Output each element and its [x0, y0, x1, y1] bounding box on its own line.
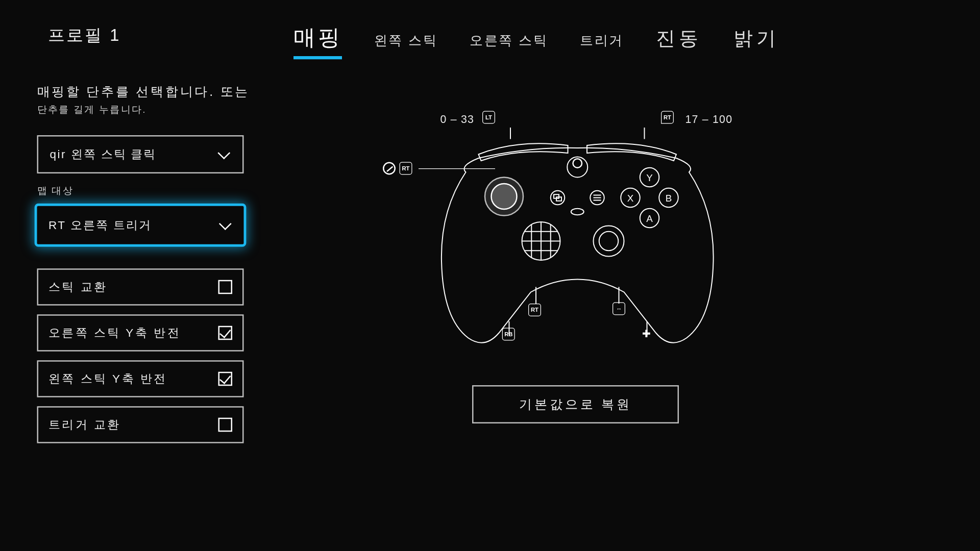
- svg-text:Y: Y: [646, 172, 653, 183]
- checkbox-checked-icon: [218, 326, 233, 340]
- checkbox-checked-icon: [218, 372, 233, 386]
- restore-defaults-label: 기본값으로 복원: [519, 396, 632, 413]
- tabs: 매핑 왼쪽 스틱 오른쪽 스틱 트리거 진동 밝기: [293, 23, 779, 59]
- invert-right-y-toggle[interactable]: 오른쪽 스틱 Y축 반전: [37, 314, 244, 352]
- tab-left-stick[interactable]: 왼쪽 스틱: [374, 31, 438, 53]
- controller-outline-icon: Y X B A: [440, 128, 715, 357]
- svg-point-5: [492, 184, 517, 209]
- svg-text:B: B: [666, 193, 672, 204]
- map-target-heading: 맵 대상: [37, 185, 254, 197]
- tab-brightness[interactable]: 밝기: [733, 26, 779, 56]
- paddle-upper-left-icon: RT: [528, 304, 541, 316]
- svg-point-13: [571, 209, 584, 215]
- restore-defaults-button[interactable]: 기본값으로 복원: [472, 385, 679, 423]
- checkbox-icon: [218, 418, 233, 432]
- tab-right-stick[interactable]: 오른쪽 스틱: [470, 31, 548, 53]
- target-button-value: RT 오른쪽 트리거: [48, 217, 152, 233]
- invert-left-y-toggle[interactable]: 왼쪽 스틱 Y축 반전: [37, 360, 244, 397]
- invert-right-y-label: 오른쪽 스틱 Y축 반전: [48, 325, 181, 341]
- rt-badge-icon: RT: [661, 111, 674, 124]
- source-button-select[interactable]: qir 왼쪽 스틱 클릭: [37, 135, 244, 173]
- lt-badge-icon: LT: [482, 111, 495, 124]
- paddle-lower-left-icon: RB: [502, 328, 515, 341]
- svg-point-30: [599, 232, 619, 251]
- tab-vibration[interactable]: 진동: [656, 26, 702, 56]
- target-button-select[interactable]: RT 오른쪽 트리거: [35, 204, 247, 247]
- tab-triggers[interactable]: 트리거: [580, 31, 624, 53]
- swap-sticks-toggle[interactable]: 스틱 교환: [37, 268, 244, 306]
- prompt-line-2: 단추를 길게 누릅니다.: [37, 104, 254, 116]
- chevron-down-icon: [217, 147, 231, 162]
- tab-mapping[interactable]: 매핑: [293, 23, 342, 59]
- rt-range-label: 17 – 100: [685, 114, 733, 127]
- svg-point-6: [551, 191, 565, 205]
- svg-text:A: A: [646, 213, 653, 224]
- checkbox-icon: [218, 280, 233, 294]
- source-button-value: qir 왼쪽 스틱 클릭: [50, 147, 157, 162]
- rt-mini-badge-icon: RT: [400, 162, 412, 175]
- swap-triggers-toggle[interactable]: 트리거 교환: [37, 406, 244, 443]
- profile-name: 프로필 1: [48, 24, 121, 47]
- swap-triggers-label: 트리거 교환: [48, 417, 120, 433]
- swap-sticks-label: 스틱 교환: [48, 280, 107, 295]
- mapping-panel: 매핑할 단추를 선택합니다. 또는 단추를 길게 누릅니다. qir 왼쪽 스틱…: [37, 83, 254, 443]
- chevron-down-icon: [218, 218, 233, 233]
- svg-text:X: X: [627, 193, 634, 204]
- left-stick-mapping-indicator: RT: [383, 162, 412, 175]
- controller-diagram: 0 – 33 LT RT 17 – 100 RT: [377, 102, 836, 434]
- lt-range-label: 0 – 33: [440, 114, 475, 127]
- disabled-icon: [383, 162, 396, 175]
- invert-left-y-label: 왼쪽 스틱 Y축 반전: [48, 371, 167, 387]
- svg-point-29: [594, 226, 624, 257]
- paddle-lower-right-icon: ✚: [642, 328, 650, 340]
- paddle-upper-right-icon: ↔: [612, 303, 625, 315]
- prompt-line-1: 매핑할 단추를 선택합니다. 또는: [37, 83, 254, 101]
- header: 프로필 1 매핑 왼쪽 스틱 오른쪽 스틱 트리거 진동 밝기: [0, 19, 980, 58]
